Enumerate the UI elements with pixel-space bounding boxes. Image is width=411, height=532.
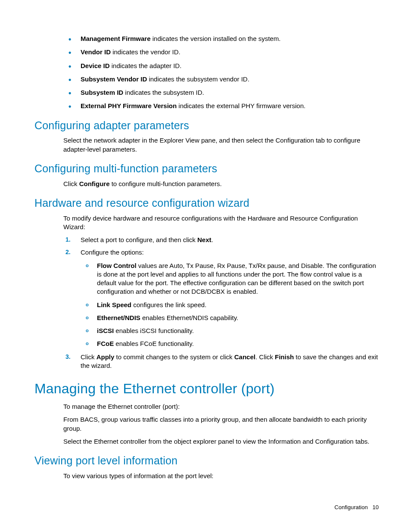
paragraph: Select the Ethernet controller from the … — [63, 437, 379, 446]
list-item: Click Apply to commit changes to the sys… — [63, 353, 379, 370]
list-item: Vendor ID indicates the vendor ID. — [63, 48, 379, 56]
paragraph: From BACS, group various traffic classes… — [63, 415, 379, 433]
paragraph: Select the network adapter in the Explor… — [63, 136, 379, 154]
list-item: Management Firmware indicates the versio… — [63, 34, 379, 43]
bold-text: Configure — [79, 180, 110, 187]
term: Subsystem Vendor ID — [81, 75, 147, 83]
term: Link Speed — [97, 301, 131, 308]
bold-text: Apply — [97, 353, 115, 361]
paragraph: Click Configure to configure multi-funct… — [63, 180, 379, 188]
heading-configuring-multi: Configuring multi-function parameters — [34, 162, 379, 176]
term: Flow Control — [97, 262, 137, 269]
rest: indicates the external PHY firmware vers… — [177, 102, 305, 109]
numbered-list: Select a port to configure, and then cli… — [63, 236, 379, 370]
heading-configuring-adapter: Configuring adapter parameters — [34, 118, 379, 133]
term: FCoE — [97, 340, 114, 347]
text: Select a port to configure, and then cli… — [81, 236, 197, 243]
rest: indicates the version installed on the s… — [151, 35, 281, 42]
footer-section: Configuration — [334, 504, 367, 510]
list-item: Subsystem ID indicates the subsystem ID. — [63, 88, 379, 97]
text: to configure multi-function parameters. — [110, 180, 222, 187]
rest: indicates the adapter ID. — [110, 62, 182, 69]
term: Management Firmware — [81, 35, 151, 42]
heading-viewing-port: Viewing port level information — [34, 454, 379, 468]
sub-list: Flow Control values are Auto, Tx Pause, … — [81, 261, 379, 348]
term: Ethernet/NDIS — [97, 314, 140, 321]
rest: configures the link speed. — [131, 301, 206, 308]
list-item: iSCSI enables iSCSI functionality. — [81, 327, 379, 335]
page-footer: Configuration 10 — [334, 504, 379, 511]
term: Device ID — [81, 62, 110, 69]
term: Vendor ID — [81, 48, 111, 56]
bold-text: Next — [197, 236, 212, 243]
text: . Click — [255, 353, 275, 361]
rest: indicates the subsystem ID. — [123, 89, 204, 96]
list-item: Link Speed configures the link speed. — [81, 301, 379, 309]
term: Subsystem ID — [81, 89, 123, 96]
list-item: Ethernet/NDIS enables Ethernet/NDIS capa… — [81, 314, 379, 322]
term: External PHY Firmware Version — [81, 102, 177, 109]
bold-text: Cancel — [234, 353, 255, 361]
rest: enables iSCSI functionality. — [114, 327, 194, 334]
bold-text: Finish — [275, 353, 294, 361]
rest: indicates the subsystem vendor ID. — [147, 75, 249, 83]
text: to commit changes to the system or click — [114, 353, 234, 361]
text: Click — [63, 180, 79, 187]
rest: values are Auto, Tx Pause, Rx Pause, Tx/… — [97, 262, 376, 296]
paragraph: To view various types of information at … — [63, 472, 379, 480]
list-item: FCoE enables FCoE functionality. — [81, 339, 379, 348]
list-item: External PHY Firmware Version indicates … — [63, 102, 379, 110]
rest: indicates the vendor ID. — [111, 48, 181, 56]
rest: enables FCoE functionality. — [114, 340, 194, 347]
text: . — [212, 236, 213, 243]
term: iSCSI — [97, 327, 114, 334]
text: Configure the options: — [81, 249, 144, 256]
paragraph: To manage the Ethernet controller (port)… — [63, 402, 379, 411]
page-content: Management Firmware indicates the versio… — [0, 0, 411, 480]
top-bullet-list: Management Firmware indicates the versio… — [63, 34, 379, 111]
list-item: Select a port to configure, and then cli… — [63, 236, 379, 244]
text: Click — [81, 353, 97, 361]
list-item: Flow Control values are Auto, Tx Pause, … — [81, 261, 379, 296]
footer-page: 10 — [373, 504, 379, 510]
paragraph: To modify device hardware and resource c… — [63, 214, 379, 232]
list-item: Device ID indicates the adapter ID. — [63, 62, 379, 70]
rest: enables Ethernet/NDIS capability. — [140, 314, 238, 321]
list-item: Subsystem Vendor ID indicates the subsys… — [63, 75, 379, 84]
list-item: Configure the options: Flow Control valu… — [63, 248, 379, 348]
heading-managing-ethernet: Managing the Ethernet controller (port) — [34, 380, 379, 398]
heading-hardware-wizard: Hardware and resource configuration wiza… — [34, 196, 379, 211]
